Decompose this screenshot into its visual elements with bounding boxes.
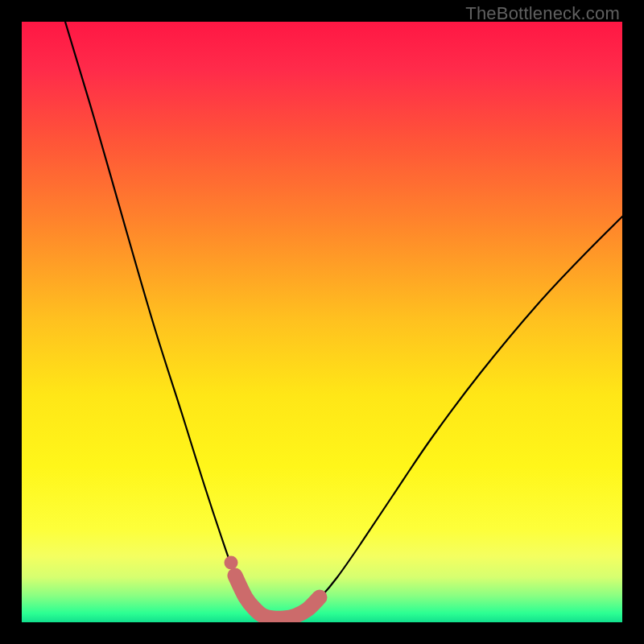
bottleneck-curve [65, 22, 622, 618]
chart-frame [22, 22, 622, 622]
highlight-segment [235, 576, 320, 618]
curve-layer [22, 22, 622, 622]
highlight-dot [225, 556, 238, 570]
